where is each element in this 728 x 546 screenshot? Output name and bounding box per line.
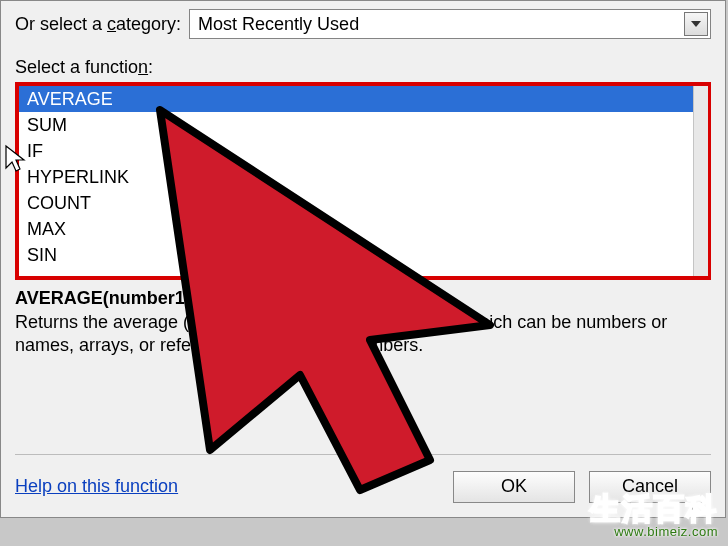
category-label: Or select a category: xyxy=(15,14,181,35)
dialog-body: Or select a category: Most Recently Used… xyxy=(15,1,711,437)
chevron-down-icon xyxy=(691,21,701,27)
insert-function-dialog: Or select a category: Most Recently Used… xyxy=(0,0,726,518)
function-description: Returns the average (arithmetic mean) of… xyxy=(15,311,711,358)
category-select-value: Most Recently Used xyxy=(198,14,359,35)
select-function-label: Select a function: xyxy=(15,57,711,78)
list-item[interactable]: AVERAGE xyxy=(19,86,693,112)
watermark-text: 生活百科 xyxy=(590,494,718,524)
function-signature: AVERAGE(number1,number2,...) xyxy=(15,288,711,309)
watermark: 生活百科 www.bimeiz.com xyxy=(590,494,718,538)
list-item[interactable]: HYPERLINK xyxy=(19,164,693,190)
function-listbox[interactable]: AVERAGESUMIFHYPERLINKCOUNTMAXSIN xyxy=(15,82,711,280)
function-list-inner: AVERAGESUMIFHYPERLINKCOUNTMAXSIN xyxy=(19,86,693,276)
ok-button[interactable]: OK xyxy=(453,471,575,503)
list-item[interactable]: COUNT xyxy=(19,190,693,216)
list-item[interactable]: MAX xyxy=(19,216,693,242)
category-row: Or select a category: Most Recently Used xyxy=(15,9,711,39)
list-item[interactable]: SIN xyxy=(19,242,693,268)
list-item[interactable]: IF xyxy=(19,138,693,164)
scrollbar[interactable] xyxy=(693,86,708,276)
help-link[interactable]: Help on this function xyxy=(15,476,178,497)
watermark-url: www.bimeiz.com xyxy=(590,525,718,538)
dropdown-button[interactable] xyxy=(684,12,708,36)
category-select[interactable]: Most Recently Used xyxy=(189,9,711,39)
list-item[interactable]: SUM xyxy=(19,112,693,138)
